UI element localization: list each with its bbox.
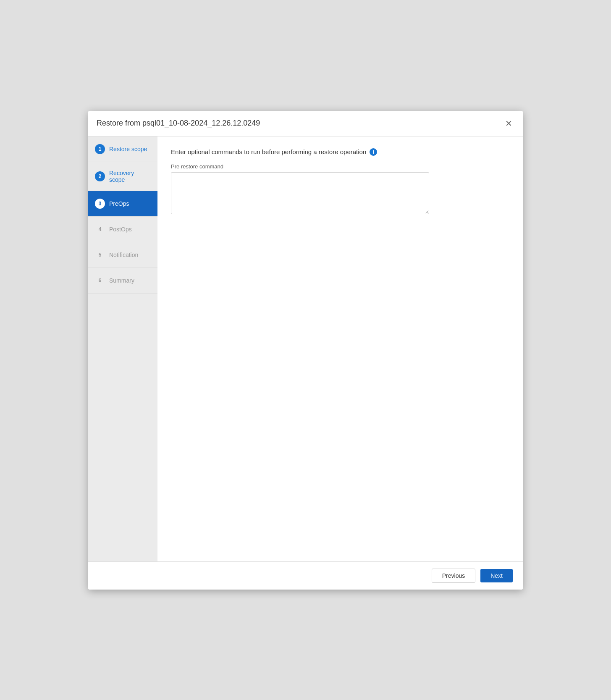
step-badge: 5	[95, 250, 105, 260]
section-heading: Enter optional commands to run before pe…	[171, 148, 509, 156]
sidebar-item-preops[interactable]: 3PreOps	[88, 191, 157, 217]
info-icon[interactable]: i	[370, 148, 377, 156]
close-button[interactable]: ✕	[503, 118, 514, 129]
restore-dialog: Restore from psql01_10-08-2024_12.26.12.…	[88, 111, 523, 590]
step-label: PreOps	[109, 200, 129, 207]
step-badge: 3	[95, 199, 105, 209]
sidebar-item-summary[interactable]: 6Summary	[88, 268, 157, 294]
sidebar-item-postops[interactable]: 4PostOps	[88, 217, 157, 242]
sidebar: 1Restore scope2Recovery scope3PreOps4Pos…	[88, 136, 157, 561]
step-label: Recovery scope	[109, 170, 151, 183]
step-label: Summary	[109, 277, 134, 284]
dialog-title: Restore from psql01_10-08-2024_12.26.12.…	[97, 119, 260, 128]
step-badge: 2	[95, 171, 105, 181]
dialog-header: Restore from psql01_10-08-2024_12.26.12.…	[88, 111, 523, 136]
sidebar-item-recovery-scope[interactable]: 2Recovery scope	[88, 162, 157, 191]
step-badge: 6	[95, 275, 105, 286]
sidebar-item-restore-scope[interactable]: 1Restore scope	[88, 136, 157, 162]
next-button[interactable]: Next	[480, 569, 513, 582]
dialog-footer: Previous Next	[88, 561, 523, 590]
pre-restore-command-input[interactable]	[171, 172, 429, 214]
step-badge: 4	[95, 224, 105, 234]
step-label: Restore scope	[109, 146, 147, 152]
previous-button[interactable]: Previous	[432, 569, 475, 583]
step-label: Notification	[109, 252, 138, 258]
sidebar-item-notification[interactable]: 5Notification	[88, 242, 157, 268]
section-heading-text: Enter optional commands to run before pe…	[171, 148, 366, 155]
step-badge: 1	[95, 144, 105, 154]
pre-restore-label: Pre restore command	[171, 163, 509, 170]
main-content: Enter optional commands to run before pe…	[157, 136, 523, 561]
dialog-body: 1Restore scope2Recovery scope3PreOps4Pos…	[88, 136, 523, 561]
step-label: PostOps	[109, 226, 132, 233]
